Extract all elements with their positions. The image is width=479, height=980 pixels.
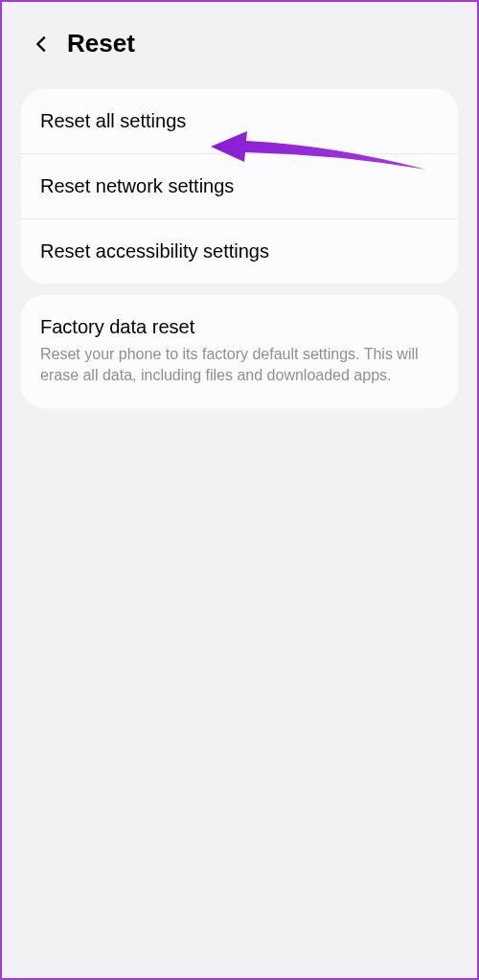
reset-accessibility-settings-item[interactable]: Reset accessibility settings [21,218,458,284]
back-button[interactable] [29,31,56,57]
list-item-label: Reset network settings [40,175,439,197]
reset-all-settings-item[interactable]: Reset all settings [21,89,458,153]
list-item-label: Factory data reset [40,316,439,338]
factory-data-reset-item[interactable]: Factory data reset Reset your phone to i… [21,295,458,408]
list-item-description: Reset your phone to its factory default … [40,344,439,387]
header: Reset [2,2,477,78]
list-item-label: Reset accessibility settings [40,240,439,262]
factory-reset-card: Factory data reset Reset your phone to i… [21,295,458,408]
list-item-label: Reset all settings [40,110,439,132]
page-title: Reset [67,29,135,58]
chevron-left-icon [32,34,53,55]
reset-network-settings-item[interactable]: Reset network settings [21,153,458,218]
reset-options-card: Reset all settings Reset network setting… [21,89,458,284]
